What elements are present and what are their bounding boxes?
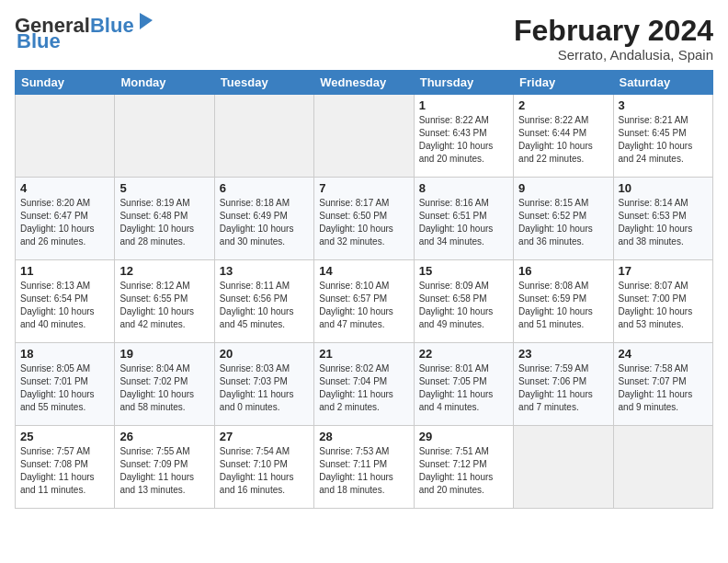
day-info: Sunrise: 8:05 AM Sunset: 7:01 PM Dayligh… <box>20 362 109 414</box>
day-number: 25 <box>20 430 109 443</box>
calendar-cell: 15Sunrise: 8:09 AM Sunset: 6:58 PM Dayli… <box>414 260 513 343</box>
calendar-week-row: 18Sunrise: 8:05 AM Sunset: 7:01 PM Dayli… <box>16 343 713 426</box>
day-number: 1 <box>419 98 508 112</box>
calendar-cell: 26Sunrise: 7:55 AM Sunset: 7:09 PM Dayli… <box>115 426 214 509</box>
calendar-week-row: 25Sunrise: 7:57 AM Sunset: 7:08 PM Dayli… <box>16 426 713 509</box>
header-saturday: Saturday <box>613 71 712 95</box>
header: GeneralBlue Blue February 2024 Serrato, … <box>15 15 713 63</box>
calendar-cell: 12Sunrise: 8:12 AM Sunset: 6:55 PM Dayli… <box>115 260 214 343</box>
day-number: 10 <box>619 181 708 195</box>
day-number: 22 <box>419 347 508 361</box>
day-info: Sunrise: 8:08 AM Sunset: 6:59 PM Dayligh… <box>518 280 608 331</box>
day-number: 3 <box>619 98 708 112</box>
day-number: 27 <box>220 430 309 443</box>
calendar-cell: 9Sunrise: 8:15 AM Sunset: 6:52 PM Daylig… <box>514 178 613 260</box>
day-info: Sunrise: 8:03 AM Sunset: 7:03 PM Dayligh… <box>220 362 309 414</box>
day-number: 28 <box>319 430 408 443</box>
day-info: Sunrise: 8:19 AM Sunset: 6:48 PM Dayligh… <box>119 197 209 248</box>
calendar-cell <box>214 95 313 178</box>
day-info: Sunrise: 7:55 AM Sunset: 7:09 PM Dayligh… <box>119 445 209 497</box>
header-monday: Monday <box>115 71 214 95</box>
day-number: 15 <box>419 264 508 278</box>
calendar-cell: 8Sunrise: 8:16 AM Sunset: 6:51 PM Daylig… <box>414 178 513 260</box>
header-tuesday: Tuesday <box>214 71 313 95</box>
logo: GeneralBlue Blue <box>15 15 156 53</box>
day-number: 14 <box>319 264 408 278</box>
header-sunday: Sunday <box>16 71 115 95</box>
day-info: Sunrise: 7:51 AM Sunset: 7:12 PM Dayligh… <box>419 445 508 497</box>
day-info: Sunrise: 8:10 AM Sunset: 6:57 PM Dayligh… <box>319 280 408 331</box>
calendar-week-row: 4Sunrise: 8:20 AM Sunset: 6:47 PM Daylig… <box>16 178 713 260</box>
calendar-cell: 11Sunrise: 8:13 AM Sunset: 6:54 PM Dayli… <box>16 260 115 343</box>
calendar-cell: 2Sunrise: 8:22 AM Sunset: 6:44 PM Daylig… <box>514 95 613 178</box>
day-info: Sunrise: 8:22 AM Sunset: 6:44 PM Dayligh… <box>518 114 608 166</box>
day-info: Sunrise: 8:14 AM Sunset: 6:53 PM Dayligh… <box>619 197 708 248</box>
day-info: Sunrise: 8:11 AM Sunset: 6:56 PM Dayligh… <box>220 280 309 331</box>
calendar-cell: 4Sunrise: 8:20 AM Sunset: 6:47 PM Daylig… <box>16 178 115 260</box>
day-info: Sunrise: 8:02 AM Sunset: 7:04 PM Dayligh… <box>319 362 408 414</box>
day-number: 21 <box>319 347 408 361</box>
svg-marker-0 <box>140 13 153 29</box>
calendar-cell <box>514 426 613 509</box>
day-info: Sunrise: 7:59 AM Sunset: 7:06 PM Dayligh… <box>518 362 608 414</box>
calendar-cell: 28Sunrise: 7:53 AM Sunset: 7:11 PM Dayli… <box>314 426 414 509</box>
calendar-cell <box>314 95 414 178</box>
day-info: Sunrise: 8:09 AM Sunset: 6:58 PM Dayligh… <box>419 280 508 331</box>
day-number: 9 <box>518 181 608 195</box>
day-number: 26 <box>119 430 209 443</box>
calendar-cell: 10Sunrise: 8:14 AM Sunset: 6:53 PM Dayli… <box>613 178 712 260</box>
calendar-cell: 1Sunrise: 8:22 AM Sunset: 6:43 PM Daylig… <box>414 95 513 178</box>
calendar-cell: 14Sunrise: 8:10 AM Sunset: 6:57 PM Dayli… <box>314 260 414 343</box>
day-info: Sunrise: 8:20 AM Sunset: 6:47 PM Dayligh… <box>20 197 109 248</box>
calendar-cell: 13Sunrise: 8:11 AM Sunset: 6:56 PM Dayli… <box>214 260 313 343</box>
header-friday: Friday <box>514 71 613 95</box>
calendar-cell <box>16 95 115 178</box>
calendar-week-row: 11Sunrise: 8:13 AM Sunset: 6:54 PM Dayli… <box>16 260 713 343</box>
calendar-cell: 16Sunrise: 8:08 AM Sunset: 6:59 PM Dayli… <box>514 260 613 343</box>
day-number: 7 <box>319 181 408 195</box>
day-info: Sunrise: 8:21 AM Sunset: 6:45 PM Dayligh… <box>619 114 708 166</box>
calendar-cell: 25Sunrise: 7:57 AM Sunset: 7:08 PM Dayli… <box>16 426 115 509</box>
day-number: 4 <box>20 181 109 195</box>
day-info: Sunrise: 7:57 AM Sunset: 7:08 PM Dayligh… <box>20 445 109 497</box>
header-thursday: Thursday <box>414 71 513 95</box>
header-wednesday: Wednesday <box>314 71 414 95</box>
day-info: Sunrise: 8:07 AM Sunset: 7:00 PM Dayligh… <box>619 280 708 331</box>
calendar-cell: 18Sunrise: 8:05 AM Sunset: 7:01 PM Dayli… <box>16 343 115 426</box>
day-number: 16 <box>518 264 608 278</box>
day-number: 2 <box>518 98 608 112</box>
month-title: February 2024 <box>514 15 713 47</box>
calendar-cell <box>115 95 214 178</box>
calendar-cell: 22Sunrise: 8:01 AM Sunset: 7:05 PM Dayli… <box>414 343 513 426</box>
title-area: February 2024 Serrato, Andalusia, Spain <box>514 15 713 63</box>
day-info: Sunrise: 8:15 AM Sunset: 6:52 PM Dayligh… <box>518 197 608 248</box>
day-number: 5 <box>119 181 209 195</box>
day-number: 6 <box>220 181 309 195</box>
day-number: 19 <box>119 347 209 361</box>
calendar-cell: 19Sunrise: 8:04 AM Sunset: 7:02 PM Dayli… <box>115 343 214 426</box>
day-number: 24 <box>619 347 708 361</box>
day-info: Sunrise: 8:04 AM Sunset: 7:02 PM Dayligh… <box>119 362 209 414</box>
day-info: Sunrise: 8:12 AM Sunset: 6:55 PM Dayligh… <box>119 280 209 331</box>
day-number: 17 <box>619 264 708 278</box>
calendar-table: SundayMondayTuesdayWednesdayThursdayFrid… <box>15 70 713 509</box>
day-info: Sunrise: 8:18 AM Sunset: 6:49 PM Dayligh… <box>220 197 309 248</box>
day-info: Sunrise: 8:22 AM Sunset: 6:43 PM Dayligh… <box>419 114 508 166</box>
day-info: Sunrise: 8:01 AM Sunset: 7:05 PM Dayligh… <box>419 362 508 414</box>
day-info: Sunrise: 7:54 AM Sunset: 7:10 PM Dayligh… <box>220 445 309 497</box>
day-info: Sunrise: 8:16 AM Sunset: 6:51 PM Dayligh… <box>419 197 508 248</box>
calendar-cell: 5Sunrise: 8:19 AM Sunset: 6:48 PM Daylig… <box>115 178 214 260</box>
day-number: 12 <box>119 264 209 278</box>
logo-line2: Blue <box>17 29 61 53</box>
day-number: 8 <box>419 181 508 195</box>
calendar-week-row: 1Sunrise: 8:22 AM Sunset: 6:43 PM Daylig… <box>16 95 713 178</box>
day-number: 20 <box>220 347 309 361</box>
day-number: 23 <box>518 347 608 361</box>
calendar-cell <box>613 426 712 509</box>
calendar-cell: 7Sunrise: 8:17 AM Sunset: 6:50 PM Daylig… <box>314 178 414 260</box>
day-number: 29 <box>419 430 508 443</box>
day-number: 18 <box>20 347 109 361</box>
calendar-cell: 17Sunrise: 8:07 AM Sunset: 7:00 PM Dayli… <box>613 260 712 343</box>
calendar-cell: 27Sunrise: 7:54 AM Sunset: 7:10 PM Dayli… <box>214 426 313 509</box>
calendar-cell: 6Sunrise: 8:18 AM Sunset: 6:49 PM Daylig… <box>214 178 313 260</box>
